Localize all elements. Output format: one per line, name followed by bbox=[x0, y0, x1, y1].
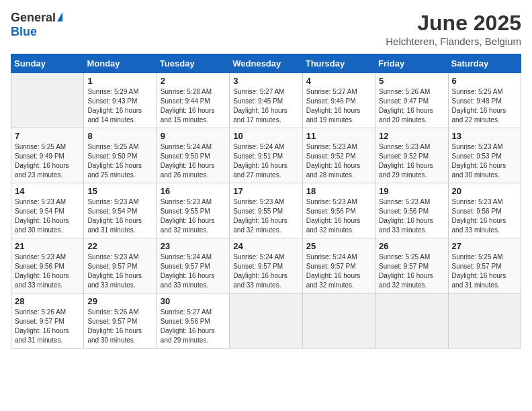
day-info: Sunrise: 5:27 AMSunset: 9:56 PMDaylight:… bbox=[161, 308, 215, 344]
table-row: 28Sunrise: 5:26 AMSunset: 9:57 PMDayligh… bbox=[11, 293, 84, 349]
table-row: 20Sunrise: 5:23 AMSunset: 9:56 PMDayligh… bbox=[448, 183, 521, 238]
table-row: 15Sunrise: 5:23 AMSunset: 9:54 PMDayligh… bbox=[84, 183, 157, 238]
day-number: 12 bbox=[379, 131, 444, 141]
day-info: Sunrise: 5:26 AMSunset: 9:47 PMDaylight:… bbox=[379, 88, 433, 124]
logo: General Blue bbox=[11, 11, 62, 39]
header: General Blue June 2025 Helchteren, Fland… bbox=[11, 11, 521, 47]
day-info: Sunrise: 5:28 AMSunset: 9:44 PMDaylight:… bbox=[161, 88, 215, 124]
day-info: Sunrise: 5:24 AMSunset: 9:57 PMDaylight:… bbox=[161, 253, 215, 289]
table-row: 5Sunrise: 5:26 AMSunset: 9:47 PMDaylight… bbox=[375, 73, 448, 128]
table-row: 8Sunrise: 5:25 AMSunset: 9:50 PMDaylight… bbox=[84, 128, 157, 183]
day-number: 22 bbox=[87, 241, 152, 251]
table-row: 4Sunrise: 5:27 AMSunset: 9:46 PMDaylight… bbox=[302, 73, 375, 128]
table-row: 3Sunrise: 5:27 AMSunset: 9:45 PMDaylight… bbox=[230, 73, 302, 128]
calendar-week-row: 14Sunrise: 5:23 AMSunset: 9:54 PMDayligh… bbox=[11, 183, 521, 238]
col-sunday: Sunday bbox=[11, 54, 84, 73]
table-row bbox=[11, 73, 84, 128]
day-info: Sunrise: 5:23 AMSunset: 9:52 PMDaylight:… bbox=[306, 143, 361, 179]
table-row: 12Sunrise: 5:23 AMSunset: 9:52 PMDayligh… bbox=[375, 128, 448, 183]
day-number: 5 bbox=[379, 76, 444, 86]
table-row: 19Sunrise: 5:23 AMSunset: 9:56 PMDayligh… bbox=[375, 183, 448, 238]
day-number: 27 bbox=[452, 241, 517, 251]
table-row: 7Sunrise: 5:25 AMSunset: 9:49 PMDaylight… bbox=[11, 128, 84, 183]
day-info: Sunrise: 5:23 AMSunset: 9:55 PMDaylight:… bbox=[161, 198, 215, 234]
day-number: 20 bbox=[452, 186, 517, 196]
logo-icon bbox=[57, 12, 62, 21]
table-row: 26Sunrise: 5:25 AMSunset: 9:57 PMDayligh… bbox=[375, 238, 448, 293]
day-info: Sunrise: 5:25 AMSunset: 9:57 PMDaylight:… bbox=[379, 253, 433, 289]
day-number: 11 bbox=[306, 131, 371, 141]
day-number: 24 bbox=[233, 241, 298, 251]
logo-blue-text: Blue bbox=[11, 25, 37, 39]
table-row bbox=[448, 293, 521, 349]
calendar-header-row: Sunday Monday Tuesday Wednesday Thursday… bbox=[11, 54, 521, 73]
day-number: 4 bbox=[306, 76, 371, 86]
day-number: 16 bbox=[161, 186, 226, 196]
day-number: 18 bbox=[306, 186, 371, 196]
col-thursday: Thursday bbox=[302, 54, 375, 73]
table-row: 11Sunrise: 5:23 AMSunset: 9:52 PMDayligh… bbox=[302, 128, 375, 183]
logo-general-text: General bbox=[11, 11, 56, 25]
table-row: 2Sunrise: 5:28 AMSunset: 9:44 PMDaylight… bbox=[157, 73, 229, 128]
day-info: Sunrise: 5:23 AMSunset: 9:57 PMDaylight:… bbox=[87, 253, 142, 289]
day-info: Sunrise: 5:27 AMSunset: 9:45 PMDaylight:… bbox=[233, 88, 287, 124]
day-number: 21 bbox=[15, 241, 80, 251]
table-row: 18Sunrise: 5:23 AMSunset: 9:56 PMDayligh… bbox=[302, 183, 375, 238]
day-number: 13 bbox=[452, 131, 517, 141]
day-info: Sunrise: 5:23 AMSunset: 9:53 PMDaylight:… bbox=[452, 143, 506, 179]
table-row: 29Sunrise: 5:26 AMSunset: 9:57 PMDayligh… bbox=[84, 293, 157, 349]
day-number: 23 bbox=[161, 241, 226, 251]
table-row: 9Sunrise: 5:24 AMSunset: 9:50 PMDaylight… bbox=[157, 128, 229, 183]
day-info: Sunrise: 5:27 AMSunset: 9:46 PMDaylight:… bbox=[306, 88, 361, 124]
col-saturday: Saturday bbox=[448, 54, 521, 73]
table-row bbox=[230, 293, 302, 349]
table-row: 30Sunrise: 5:27 AMSunset: 9:56 PMDayligh… bbox=[157, 293, 229, 349]
calendar-week-row: 1Sunrise: 5:29 AMSunset: 9:43 PMDaylight… bbox=[11, 73, 521, 128]
day-number: 8 bbox=[87, 131, 152, 141]
table-row: 6Sunrise: 5:25 AMSunset: 9:48 PMDaylight… bbox=[448, 73, 521, 128]
day-info: Sunrise: 5:23 AMSunset: 9:56 PMDaylight:… bbox=[379, 198, 433, 234]
day-info: Sunrise: 5:26 AMSunset: 9:57 PMDaylight:… bbox=[15, 308, 69, 344]
day-number: 17 bbox=[233, 186, 298, 196]
col-friday: Friday bbox=[375, 54, 448, 73]
day-number: 15 bbox=[87, 186, 152, 196]
table-row: 23Sunrise: 5:24 AMSunset: 9:57 PMDayligh… bbox=[157, 238, 229, 293]
day-info: Sunrise: 5:23 AMSunset: 9:55 PMDaylight:… bbox=[233, 198, 287, 234]
day-number: 7 bbox=[15, 131, 80, 141]
day-number: 6 bbox=[452, 76, 517, 86]
day-info: Sunrise: 5:25 AMSunset: 9:49 PMDaylight:… bbox=[15, 143, 69, 179]
col-wednesday: Wednesday bbox=[230, 54, 302, 73]
col-tuesday: Tuesday bbox=[157, 54, 229, 73]
day-info: Sunrise: 5:24 AMSunset: 9:50 PMDaylight:… bbox=[161, 143, 215, 179]
day-info: Sunrise: 5:23 AMSunset: 9:56 PMDaylight:… bbox=[306, 198, 361, 234]
table-row: 22Sunrise: 5:23 AMSunset: 9:57 PMDayligh… bbox=[84, 238, 157, 293]
calendar-subtitle: Helchteren, Flanders, Belgium bbox=[386, 36, 521, 47]
calendar-week-row: 7Sunrise: 5:25 AMSunset: 9:49 PMDaylight… bbox=[11, 128, 521, 183]
day-info: Sunrise: 5:23 AMSunset: 9:56 PMDaylight:… bbox=[15, 253, 69, 289]
table-row: 16Sunrise: 5:23 AMSunset: 9:55 PMDayligh… bbox=[157, 183, 229, 238]
day-number: 1 bbox=[87, 76, 152, 86]
day-number: 3 bbox=[233, 76, 298, 86]
day-number: 10 bbox=[233, 131, 298, 141]
title-area: June 2025 Helchteren, Flanders, Belgium bbox=[386, 11, 521, 47]
day-number: 14 bbox=[15, 186, 80, 196]
day-number: 30 bbox=[161, 296, 226, 306]
day-info: Sunrise: 5:25 AMSunset: 9:48 PMDaylight:… bbox=[452, 88, 506, 124]
day-info: Sunrise: 5:25 AMSunset: 9:57 PMDaylight:… bbox=[452, 253, 506, 289]
day-info: Sunrise: 5:23 AMSunset: 9:56 PMDaylight:… bbox=[452, 198, 506, 234]
table-row: 27Sunrise: 5:25 AMSunset: 9:57 PMDayligh… bbox=[448, 238, 521, 293]
day-info: Sunrise: 5:24 AMSunset: 9:51 PMDaylight:… bbox=[233, 143, 287, 179]
day-number: 26 bbox=[379, 241, 444, 251]
calendar-table: Sunday Monday Tuesday Wednesday Thursday… bbox=[11, 54, 521, 349]
calendar-title: June 2025 bbox=[386, 11, 521, 36]
day-info: Sunrise: 5:23 AMSunset: 9:54 PMDaylight:… bbox=[15, 198, 69, 234]
table-row: 14Sunrise: 5:23 AMSunset: 9:54 PMDayligh… bbox=[11, 183, 84, 238]
day-number: 28 bbox=[15, 296, 80, 306]
day-number: 2 bbox=[161, 76, 226, 86]
day-info: Sunrise: 5:23 AMSunset: 9:54 PMDaylight:… bbox=[87, 198, 142, 234]
table-row bbox=[375, 293, 448, 349]
day-number: 29 bbox=[87, 296, 152, 306]
col-monday: Monday bbox=[84, 54, 157, 73]
day-info: Sunrise: 5:26 AMSunset: 9:57 PMDaylight:… bbox=[87, 308, 142, 344]
calendar-week-row: 28Sunrise: 5:26 AMSunset: 9:57 PMDayligh… bbox=[11, 293, 521, 349]
